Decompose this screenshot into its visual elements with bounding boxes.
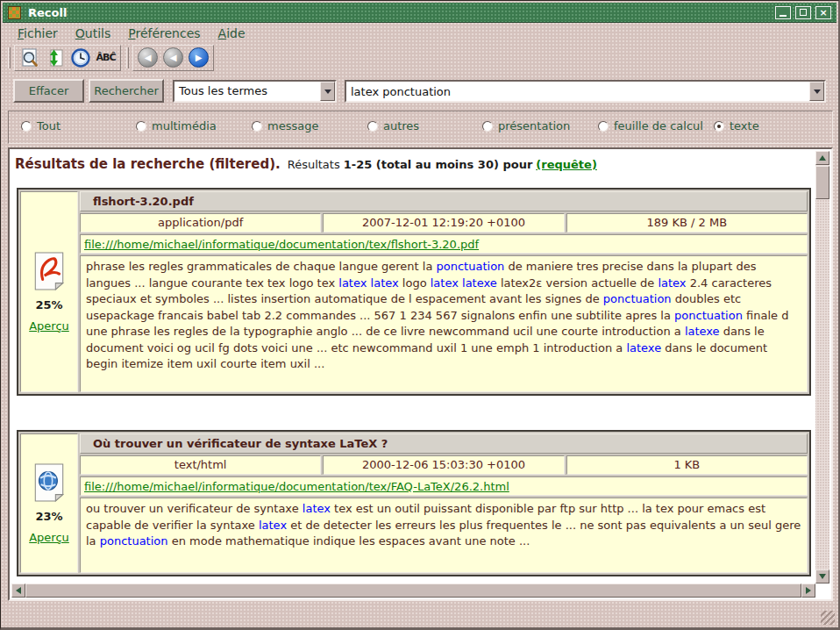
- highlighted-term: ponctuation: [603, 292, 672, 305]
- index-update-button[interactable]: [43, 47, 67, 69]
- close-icon: ×: [819, 8, 827, 18]
- nav-first-icon: ◀: [138, 47, 158, 68]
- menu-aide[interactable]: Aide: [210, 25, 253, 42]
- scroll-down-button[interactable]: [815, 569, 829, 583]
- result-url-link[interactable]: file:///home/michael/informatique/docume…: [84, 238, 479, 251]
- filter-label: autres: [383, 119, 419, 132]
- relevance-percent: 25%: [35, 298, 62, 311]
- chevron-down-icon: [324, 89, 331, 94]
- relevance-percent: 23%: [35, 510, 62, 523]
- arrow-up-icon: [819, 155, 826, 161]
- query-details-link[interactable]: (requête): [536, 158, 597, 171]
- tool-group-main: ÂBĈ: [14, 45, 121, 71]
- radio-icon: [482, 121, 493, 132]
- menu-fichier[interactable]: Fichier: [10, 25, 66, 42]
- search-mode-combobox[interactable]: Tous les termes: [173, 80, 337, 103]
- result-main: Où trouver un vérificateur de syntaxe La…: [80, 433, 808, 573]
- query-dropdown-arrow[interactable]: [809, 82, 824, 101]
- result-date: 2007-12-01 12:19:20 +0100: [323, 213, 564, 233]
- scroll-left-button[interactable]: [11, 583, 25, 598]
- result-side-panel: 23% Aperçu: [20, 433, 78, 573]
- menu-preferences[interactable]: Préférences: [120, 25, 208, 42]
- radio-icon: [252, 121, 262, 132]
- horizontal-scrollbar[interactable]: [11, 583, 815, 598]
- filter-autres[interactable]: autres: [367, 119, 419, 132]
- search-mode-dropdown-arrow[interactable]: [320, 82, 335, 101]
- highlighted-term: latex latexe: [431, 276, 497, 290]
- filter-message[interactable]: message: [252, 119, 318, 132]
- history-clock-icon: [70, 47, 91, 68]
- vertical-scrollbar-thumb[interactable]: [815, 166, 829, 199]
- filter-presentation[interactable]: présentation: [482, 119, 570, 132]
- vertical-scrollbar[interactable]: [815, 151, 829, 583]
- minimize-button[interactable]: [775, 6, 791, 19]
- statusbar: [3, 601, 836, 626]
- results-area: Résultats de la recherche (filtered).Rés…: [8, 147, 833, 601]
- menu-outils[interactable]: Outils: [68, 25, 118, 42]
- maximize-button[interactable]: [795, 6, 811, 19]
- arrow-down-icon: [819, 574, 826, 579]
- query-input[interactable]: [346, 82, 809, 101]
- results-count-prefix: Résultats: [288, 158, 340, 171]
- filter-feuille-de-calcul[interactable]: feuille de calcul: [598, 119, 703, 132]
- radio-icon: [136, 121, 146, 132]
- titlebar[interactable]: Recoll ×: [3, 3, 836, 23]
- result-snippet: ou trouver un verificateur de syntaxe la…: [80, 498, 808, 573]
- results-header: Résultats de la recherche (filtered).Rés…: [15, 155, 597, 172]
- result-snippet: phrase les regles grammaticales de chaqu…: [80, 255, 808, 392]
- toolbar-grip[interactable]: [8, 47, 11, 68]
- term-explorer-button[interactable]: ÂBĈ: [94, 47, 117, 69]
- html-document-icon: [33, 463, 65, 502]
- nav-first-button[interactable]: ◀: [136, 47, 160, 69]
- result-item-2: 23% Aperçu Où trouver un vérificateur de…: [17, 430, 811, 576]
- pdf-document-icon: [33, 252, 65, 290]
- scroll-up-button[interactable]: [815, 151, 829, 165]
- preview-link[interactable]: Aperçu: [29, 531, 69, 544]
- result-mime: application/pdf: [80, 213, 321, 233]
- highlighted-term: ponctuation: [100, 534, 168, 548]
- tool-group-nav: ◀ ◀ ▶: [132, 45, 214, 71]
- filter-panel: Tout multimédia message autres présentat…: [8, 111, 833, 144]
- recoll-app-icon: [8, 6, 21, 19]
- highlighted-term: latexe: [685, 325, 720, 338]
- result-mime: text/html: [80, 455, 321, 475]
- result-title: flshort-3.20.pdf: [80, 191, 808, 211]
- document-preview-icon: [19, 47, 40, 68]
- search-mode-value: Tous les termes: [174, 82, 320, 101]
- scroll-right-button[interactable]: [801, 583, 815, 598]
- menubar: Fichier Outils Préférences Aide: [3, 24, 836, 43]
- search-button[interactable]: Rechercher: [89, 79, 164, 103]
- arrow-left-icon: [16, 587, 21, 594]
- nav-previous-button[interactable]: ◀: [161, 47, 185, 69]
- filter-label: message: [267, 119, 318, 132]
- results-count: 1-25 (total au moins 30) pour: [344, 158, 533, 171]
- close-button[interactable]: ×: [815, 6, 831, 19]
- nav-next-icon: ▶: [189, 47, 209, 68]
- result-side-panel: 25% Aperçu: [20, 191, 78, 392]
- result-url-row: file:///home/michael/informatique/docume…: [80, 234, 808, 254]
- nav-previous-icon: ◀: [163, 47, 183, 68]
- highlighted-term: latex: [259, 519, 287, 532]
- history-button[interactable]: [68, 47, 92, 69]
- arrow-right-icon: [806, 587, 811, 594]
- clear-button[interactable]: Effacer: [13, 79, 84, 103]
- filter-texte[interactable]: texte: [714, 119, 759, 132]
- filter-multimedia[interactable]: multimédia: [136, 119, 217, 132]
- highlighted-term: latex: [303, 502, 331, 515]
- toolbar-grip-2[interactable]: [126, 47, 129, 68]
- result-meta-row: text/html 2000-12-06 15:03:30 +0100 1 KB: [80, 455, 808, 475]
- highlighted-term: latexe: [626, 341, 661, 354]
- result-url-link[interactable]: file:///home/michael/informatique/docume…: [84, 480, 509, 493]
- document-preview-button[interactable]: [18, 47, 41, 69]
- recoll-window: Recoll × Fichier Outils Préférences Aide: [0, 0, 840, 630]
- horizontal-scrollbar-thumb[interactable]: [25, 583, 801, 598]
- result-meta-row: application/pdf 2007-12-01 12:19:20 +010…: [80, 213, 808, 233]
- filter-label: texte: [730, 119, 759, 132]
- filter-tout[interactable]: Tout: [21, 119, 61, 132]
- resize-grip[interactable]: [821, 611, 835, 625]
- result-main: flshort-3.20.pdf application/pdf 2007-12…: [80, 191, 808, 392]
- filter-label: feuille de calcul: [614, 119, 703, 132]
- result-url-row: file:///home/michael/informatique/docume…: [80, 476, 808, 496]
- preview-link[interactable]: Aperçu: [29, 319, 69, 333]
- nav-next-button[interactable]: ▶: [187, 47, 210, 69]
